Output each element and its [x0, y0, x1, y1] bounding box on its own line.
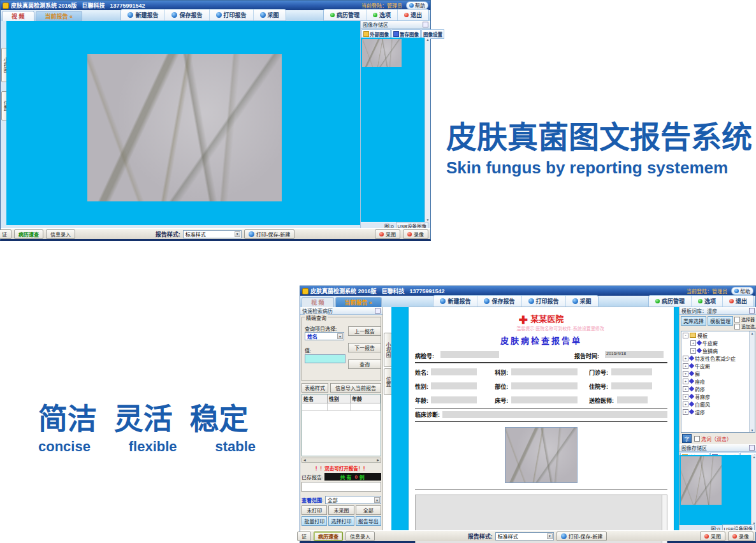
record-mgmt-button[interactable]: 病历管理	[649, 296, 692, 307]
quick-search-button[interactable]: 病历速查	[14, 229, 43, 239]
capture-button[interactable]: 采图	[566, 296, 598, 307]
age-field[interactable]	[431, 396, 477, 403]
all-button[interactable]: 全部	[356, 505, 381, 515]
unprinted-button[interactable]: 未打印	[302, 505, 327, 515]
tree-item[interactable]: -模板	[681, 331, 755, 339]
cert-button[interactable]: 证	[297, 532, 311, 541]
cert-button[interactable]: 证	[0, 229, 11, 239]
vertical-scrollbar[interactable]: ▲▼	[751, 455, 756, 525]
capture-button[interactable]: 采图	[254, 10, 286, 20]
report-microscope-image[interactable]	[505, 427, 578, 483]
dept-field[interactable]	[511, 368, 578, 375]
table-style-button[interactable]: 表格样式	[302, 383, 328, 393]
tree-item[interactable]: +特发性色素减少症	[681, 354, 755, 362]
scroll-up-icon[interactable]: ▲	[426, 38, 430, 41]
record-video-button[interactable]: 录像	[728, 532, 753, 541]
collapse-icon[interactable]: -	[683, 333, 688, 338]
query-button[interactable]: 查询	[348, 359, 381, 369]
select-print-button[interactable]: 选择打印	[328, 516, 354, 526]
export-report-button[interactable]: 报告导出	[356, 516, 381, 526]
scroll-right-icon[interactable]: ►	[376, 458, 380, 462]
search-value-input[interactable]	[305, 354, 345, 363]
expand-icon[interactable]: +	[690, 340, 696, 346]
tab-current-report[interactable]: 当前报告 «	[335, 297, 382, 307]
tree-item[interactable]: +癣	[681, 370, 755, 377]
chevron-down-icon[interactable]: ▼	[547, 533, 553, 539]
help-button[interactable]: 帮助	[731, 287, 753, 295]
tab-video[interactable]: 视 频	[2, 11, 34, 21]
tree-item[interactable]: +湿疹	[681, 408, 755, 416]
panel-pin-icon[interactable]	[375, 308, 381, 314]
new-report-button[interactable]: 新建报告	[121, 10, 165, 20]
expand-icon[interactable]: +	[683, 356, 688, 361]
exit-button[interactable]: 退出	[723, 296, 753, 307]
expand-icon[interactable]: +	[683, 363, 688, 369]
tree-item[interactable]: +药疹	[681, 385, 755, 393]
expand-icon[interactable]: +	[683, 371, 688, 377]
image-thumbnail[interactable]	[681, 456, 722, 505]
part-field[interactable]	[511, 382, 578, 389]
report-style-select[interactable]: 标准样式▼	[495, 532, 554, 540]
append-checkbox[interactable]: 追加选入	[734, 323, 756, 329]
new-report-button[interactable]: 新建报告	[433, 296, 477, 307]
template-mgmt-button[interactable]: 模板管理	[708, 316, 733, 326]
capture-button-bottom[interactable]: 采图	[700, 532, 725, 541]
tree-item[interactable]: +牛皮癣	[681, 362, 755, 370]
tree-item[interactable]: +牛皮癣	[681, 339, 755, 347]
uncaptured-button[interactable]: 未采图	[328, 505, 354, 515]
tree-item[interactable]: +荨麻疹	[681, 393, 755, 400]
import-to-report-button[interactable]: 信息导入当前报告	[330, 383, 381, 393]
prev-report-button[interactable]: 上一报告	[348, 326, 381, 336]
doctor-field[interactable]	[617, 396, 648, 403]
panel-pin-icon[interactable]	[423, 22, 428, 27]
template-tree[interactable]: -模板 +牛皮癣 +鱼鳞病 +特发性色素减少症 +牛皮癣 +癣 +痤疮 +药疹 …	[681, 331, 755, 433]
expand-icon[interactable]: +	[683, 409, 688, 415]
exit-button[interactable]: 退出	[398, 10, 428, 20]
record-mgmt-button[interactable]: 病历管理	[324, 10, 367, 20]
exam-no-field[interactable]	[440, 351, 499, 358]
name-field[interactable]	[431, 368, 477, 375]
pick-word-checkbox[interactable]: 选词（双击）	[694, 435, 732, 442]
gender-field[interactable]	[431, 382, 477, 389]
vertical-scrollbar[interactable]: ▲▼	[425, 38, 430, 222]
vertical-scrollbar[interactable]: ▲▼	[749, 331, 755, 432]
record-video-button[interactable]: 录像	[403, 229, 428, 239]
diagnosis-field[interactable]	[442, 411, 667, 418]
results-table[interactable]: 姓名 性别 年龄	[302, 394, 381, 456]
next-report-button[interactable]: 下一报告	[348, 343, 381, 352]
expand-icon[interactable]: +	[683, 379, 688, 384]
info-entry-button[interactable]: 信息录入	[345, 532, 375, 541]
range-select[interactable]: 全部▼	[325, 496, 381, 504]
selector-checkbox[interactable]: 选择器	[734, 316, 756, 322]
chevron-down-icon[interactable]: ▼	[235, 231, 240, 237]
expand-icon[interactable]: +	[683, 402, 688, 407]
capture-button-bottom[interactable]: 采图	[375, 229, 400, 239]
info-entry-button[interactable]: 信息录入	[46, 229, 75, 239]
options-button[interactable]: 选项	[367, 10, 398, 20]
tree-item[interactable]: +白癜风	[681, 400, 755, 408]
quick-search-button[interactable]: 病历速查	[314, 532, 343, 541]
chevron-down-icon[interactable]: ▼	[337, 333, 343, 339]
report-style-select[interactable]: 标准样式▼	[183, 230, 242, 238]
image-thumbnail[interactable]	[362, 39, 402, 67]
save-report-button[interactable]: 保存报告	[165, 10, 209, 20]
print-save-new-button[interactable]: 打印-保存-新建	[244, 229, 294, 239]
print-save-new-button[interactable]: 打印-保存-新建	[556, 532, 607, 541]
class-library-button[interactable]: 类库选择	[681, 316, 706, 326]
print-report-button[interactable]: 打印报告	[522, 296, 566, 307]
tree-item[interactable]: +鱼鳞病	[681, 347, 755, 354]
scroll-left-icon[interactable]: ◄	[303, 458, 307, 462]
scroll-up-icon[interactable]: ▲	[753, 455, 756, 459]
horizontal-scrollbar[interactable]: ◄►	[302, 458, 381, 463]
tab-video[interactable]: 视 频	[302, 297, 334, 307]
word-button[interactable]: 字	[682, 434, 692, 443]
save-report-button[interactable]: 保存报告	[477, 296, 521, 307]
panel-pin-icon[interactable]	[749, 308, 755, 314]
scroll-up-icon[interactable]: ▲	[751, 331, 754, 335]
expand-icon[interactable]: +	[683, 386, 688, 392]
table-row[interactable]	[302, 403, 381, 411]
bed-field[interactable]	[511, 396, 578, 403]
query-field-select[interactable]: 姓名▼	[305, 332, 344, 340]
expand-icon[interactable]: +	[690, 348, 696, 354]
options-button[interactable]: 选项	[692, 296, 723, 307]
